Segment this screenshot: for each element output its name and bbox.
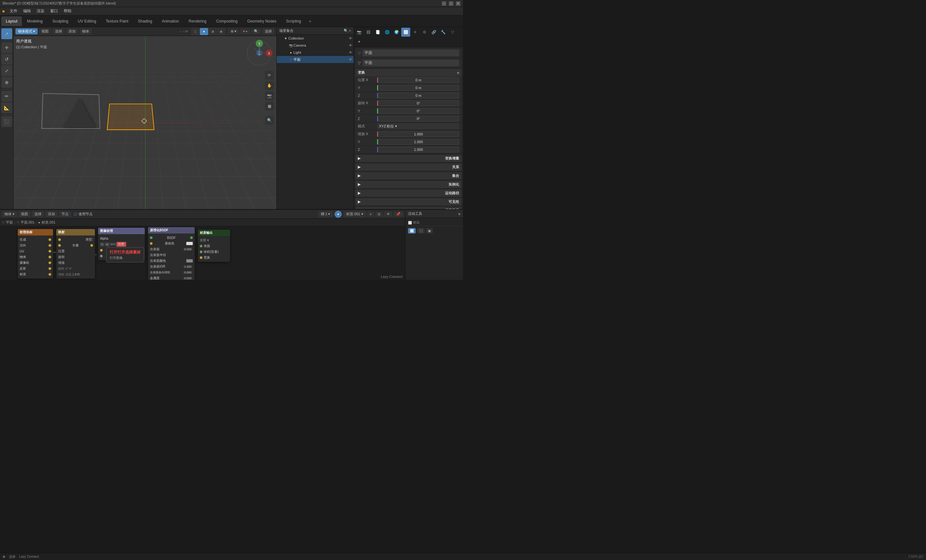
- subsurface-value[interactable]: 0.000: [183, 248, 193, 251]
- object-name-label[interactable]: 平面: [363, 50, 459, 56]
- tool-rotate[interactable]: ↺: [1, 54, 12, 65]
- props-tab-particles[interactable]: ✳: [410, 28, 419, 37]
- visibility-header[interactable]: ▶ 可见性: [355, 198, 462, 205]
- outliner-filter[interactable]: 🔍 ≡: [343, 29, 351, 33]
- tool-mode-box[interactable]: ⬜: [408, 228, 416, 234]
- transform-manipulator-toggle[interactable]: ↔ ↕ ⟳: [179, 30, 188, 33]
- shading-material[interactable]: ◑: [209, 28, 217, 35]
- outliner-item-camera[interactable]: 📷 Camera 👁: [277, 42, 354, 49]
- relations-header[interactable]: ▶ 关系: [355, 163, 462, 171]
- tool-transform[interactable]: ⊕: [1, 77, 12, 88]
- tool-scale[interactable]: ⤢: [1, 65, 12, 76]
- position-z-value[interactable]: 0 m: [377, 93, 459, 98]
- subsurface-anisotropy-value[interactable]: 0.000: [183, 271, 193, 274]
- viewport-select-label[interactable]: 选择: [262, 28, 274, 35]
- shading-rendered[interactable]: ◉: [217, 28, 225, 35]
- tool-annotate[interactable]: ✏: [1, 91, 12, 102]
- scale-z-value[interactable]: 1.000: [377, 147, 459, 152]
- node-view-menu[interactable]: 视图: [18, 211, 30, 217]
- node-mapping[interactable]: 映射 类型: 矢量 位置: [56, 229, 95, 279]
- rotation-x-value[interactable]: 0°: [377, 100, 459, 106]
- subsurface-ior-value[interactable]: 1.400: [183, 265, 193, 268]
- node-new-material[interactable]: +: [367, 212, 374, 217]
- menu-window[interactable]: 窗口: [48, 8, 61, 15]
- navigation-widget[interactable]: Y X Z: [245, 39, 274, 68]
- minimize-button[interactable]: ─: [442, 1, 446, 6]
- viewport-object-menu[interactable]: 物体: [79, 28, 92, 35]
- img-open-btn[interactable]: 打开: [117, 242, 126, 247]
- 3d-viewport[interactable]: 用户透视 (1) Collection | 平面 Y: [14, 36, 276, 209]
- metallic-value[interactable]: 0.000: [183, 277, 193, 280]
- tool-mode-lasso[interactable]: ⬛: [417, 228, 425, 234]
- props-tab-scene[interactable]: 🌐: [383, 28, 392, 37]
- shading-solid[interactable]: ●: [200, 28, 208, 35]
- motion-path-header[interactable]: ▶ 运动路径: [355, 189, 462, 197]
- props-tab-output[interactable]: 🖼: [364, 28, 373, 37]
- node-image-texture[interactable]: 图像纹理 Alpha + ≡ 编辑 打开: [98, 228, 145, 260]
- add-workspace-button[interactable]: +: [306, 17, 314, 25]
- img-browse-btn[interactable]: ≡: [105, 243, 109, 246]
- tool-select[interactable]: ↗: [1, 28, 12, 39]
- tab-uv-editing[interactable]: UV Editing: [73, 17, 101, 26]
- viewport-overlay-toggle[interactable]: ⊛ ▾: [228, 29, 239, 34]
- rotation-y-value[interactable]: 0°: [377, 108, 459, 114]
- use-nodes-checkbox[interactable]: ☑ 使用节点: [73, 212, 94, 216]
- instancing-header[interactable]: ▶ 实例化: [355, 181, 462, 188]
- props-tab-physics[interactable]: ⚙: [420, 28, 429, 37]
- img-new-btn[interactable]: +: [100, 243, 104, 246]
- collection-visibility[interactable]: 👁: [349, 36, 352, 40]
- node-tools-options[interactable]: ≡: [458, 212, 460, 216]
- tab-compositing[interactable]: Compositing: [212, 17, 242, 26]
- tab-animation[interactable]: Animation: [157, 17, 183, 26]
- maximize-button[interactable]: □: [449, 1, 453, 6]
- props-tab-data[interactable]: ▽: [448, 28, 457, 37]
- props-tab-render[interactable]: 📷: [354, 28, 363, 37]
- tab-rendering[interactable]: Rendering: [184, 17, 211, 26]
- tab-sculpting[interactable]: Sculpting: [48, 17, 73, 26]
- frame-object[interactable]: [41, 93, 100, 129]
- tool-measure[interactable]: 📐: [1, 102, 12, 113]
- collection-header[interactable]: ▶ 集合: [355, 172, 462, 180]
- scale-y-value[interactable]: 1.000: [377, 139, 459, 145]
- bc-plane[interactable]: 平面: [6, 220, 13, 225]
- output-all-dropdown[interactable]: 全部 ▾: [200, 238, 209, 242]
- bc-material[interactable]: 材质.001: [41, 220, 55, 225]
- data-name-label[interactable]: 平面: [363, 59, 459, 66]
- node-add-menu[interactable]: 添加: [45, 211, 57, 217]
- viewport-add-menu[interactable]: 添加: [66, 28, 78, 35]
- viewport-select-menu[interactable]: 选择: [53, 28, 65, 35]
- node-material-dropdown[interactable]: 材质.001 ▾: [343, 211, 366, 217]
- props-tab-view-layer[interactable]: 📑: [373, 28, 382, 37]
- node-sphere-icon[interactable]: ●: [334, 211, 342, 218]
- node-slot-dropdown[interactable]: 槽 1 ▾: [318, 211, 333, 217]
- props-tab-object[interactable]: ⬜: [401, 28, 410, 37]
- tab-layout[interactable]: Layout: [1, 17, 22, 26]
- node-principled-bsdf[interactable]: 原理化BSDF BSDF 基础色: [148, 227, 195, 280]
- viewport-gizmo-toggle[interactable]: ⌖ ▾: [241, 29, 250, 34]
- props-tab-modifier[interactable]: 🔧: [439, 28, 448, 37]
- node-editor-type[interactable]: 物体 ▾: [2, 211, 17, 217]
- node-close-material[interactable]: ✕: [384, 211, 392, 217]
- props-tab-material[interactable]: ●: [354, 37, 363, 46]
- menu-render[interactable]: 渲染: [34, 8, 47, 15]
- blender-logo[interactable]: ●: [2, 8, 5, 14]
- light-visibility[interactable]: 👁: [349, 50, 352, 54]
- rotation-mode-dropdown[interactable]: XYZ 欧拉 ▾: [377, 123, 459, 129]
- camera-visibility[interactable]: 👁: [349, 44, 352, 47]
- node-duplicate-material[interactable]: ⎘: [375, 212, 383, 217]
- viewport-mode-dropdown[interactable]: 物体模式 ▾: [15, 28, 38, 35]
- node-canvas[interactable]: 纹理坐标 生成 法向 UV: [0, 226, 405, 280]
- selected-plane[interactable]: [107, 104, 154, 130]
- tab-shading[interactable]: Shading: [133, 17, 157, 26]
- outliner-item-light[interactable]: ● Light 👁: [277, 49, 354, 56]
- tab-modeling[interactable]: Modeling: [23, 17, 47, 26]
- camera-view-icon[interactable]: 📷: [265, 91, 274, 100]
- tool-add[interactable]: ⬛: [1, 116, 12, 127]
- rotation-z-value[interactable]: 0°: [377, 116, 459, 122]
- outliner-item-plane[interactable]: ▽ 平面 👁: [277, 56, 354, 63]
- pan-icon[interactable]: ✋: [265, 81, 274, 90]
- tool-move[interactable]: ✛: [1, 42, 12, 53]
- zoom-in-icon[interactable]: 🔍: [265, 116, 274, 125]
- position-y-value[interactable]: 0 m: [377, 85, 459, 91]
- tab-texture-paint[interactable]: Texture Paint: [101, 17, 133, 26]
